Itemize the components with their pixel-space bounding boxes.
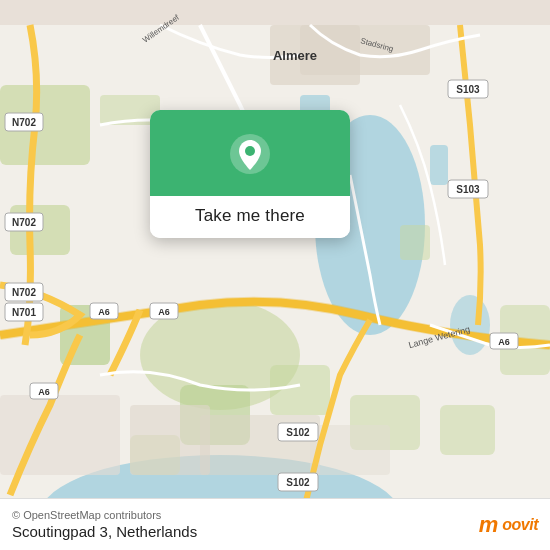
svg-text:S102: S102 <box>286 477 310 488</box>
svg-text:N702: N702 <box>12 117 36 128</box>
map-svg: Almere N702 N702 N702 N701 S103 S103 A6 … <box>0 0 550 550</box>
map-container: Almere N702 N702 N702 N701 S103 S103 A6 … <box>0 0 550 550</box>
svg-rect-16 <box>440 405 495 455</box>
svg-rect-11 <box>270 365 330 415</box>
popup-card-header <box>150 110 350 196</box>
popup-card-footer[interactable]: Take me there <box>150 196 350 238</box>
copyright-text: © OpenStreetMap contributors <box>12 509 197 521</box>
moovit-m-icon: m <box>479 512 499 538</box>
svg-rect-15 <box>400 225 430 260</box>
moovit-logo: m oovit <box>479 512 538 538</box>
map-pin-icon <box>228 132 272 176</box>
svg-text:Almere: Almere <box>273 48 317 63</box>
popup-card: Take me there <box>150 110 350 238</box>
svg-rect-4 <box>430 145 448 185</box>
svg-text:S103: S103 <box>456 84 480 95</box>
svg-text:A6: A6 <box>498 337 510 347</box>
svg-text:A6: A6 <box>98 307 110 317</box>
moovit-wordmark: oovit <box>502 516 538 534</box>
svg-point-53 <box>245 146 255 156</box>
bottom-left-info: © OpenStreetMap contributors Scoutingpad… <box>12 509 197 540</box>
take-me-there-button[interactable]: Take me there <box>185 206 315 226</box>
svg-rect-21 <box>130 405 210 475</box>
svg-text:A6: A6 <box>38 387 50 397</box>
svg-text:A6: A6 <box>158 307 170 317</box>
svg-text:N702: N702 <box>12 217 36 228</box>
svg-text:S102: S102 <box>286 427 310 438</box>
svg-text:N701: N701 <box>12 307 36 318</box>
svg-rect-20 <box>0 395 120 475</box>
bottom-bar: © OpenStreetMap contributors Scoutingpad… <box>0 498 550 550</box>
svg-text:N702: N702 <box>12 287 36 298</box>
location-text: Scoutingpad 3, Netherlands <box>12 523 197 540</box>
svg-point-5 <box>450 295 490 355</box>
svg-text:S103: S103 <box>456 184 480 195</box>
